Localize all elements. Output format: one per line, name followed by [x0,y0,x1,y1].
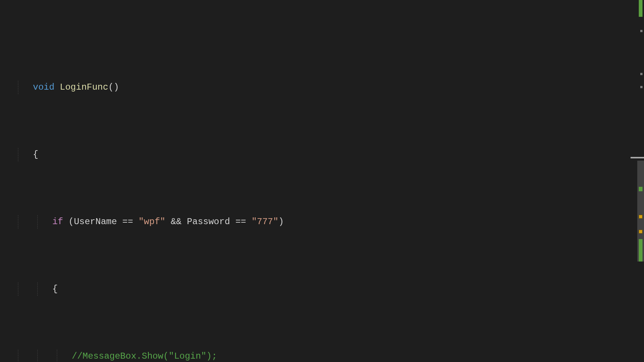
brace-open: { [3,282,58,296]
string-literal: "777" [252,217,278,227]
overview-marker [640,73,643,75]
method-name: LoginFunc [60,82,108,92]
overview-viewport[interactable] [631,157,644,158]
keyword-void: void [33,82,55,92]
overview-marker [640,30,643,32]
keyword-if: if [52,217,63,227]
code-line[interactable]: void LoginFunc() [3,81,644,94]
comment: //MessageBox.Show("Login"); [3,350,217,362]
overview-marker [639,239,643,262]
code-line[interactable]: //MessageBox.Show("Login"); [3,350,644,362]
code-content-area[interactable]: void LoginFunc() { if (UserName == "wpf"… [0,0,644,362]
string-literal: "wpf" [138,217,165,227]
code-editor[interactable]: void LoginFunc() { if (UserName == "wpf"… [0,0,644,362]
overview-marker [639,0,643,17]
brace-open: { [3,148,38,161]
overview-warning-marker [639,230,643,233]
overview-ruler[interactable] [631,0,644,362]
code-line[interactable]: { [3,282,644,296]
parentheses: () [108,82,119,92]
overview-marker [640,86,643,88]
overview-warning-marker [639,215,643,219]
code-line[interactable]: if (UserName == "wpf" && Password == "77… [3,215,644,229]
code-line[interactable]: { [3,148,644,161]
overview-marker [639,187,643,191]
